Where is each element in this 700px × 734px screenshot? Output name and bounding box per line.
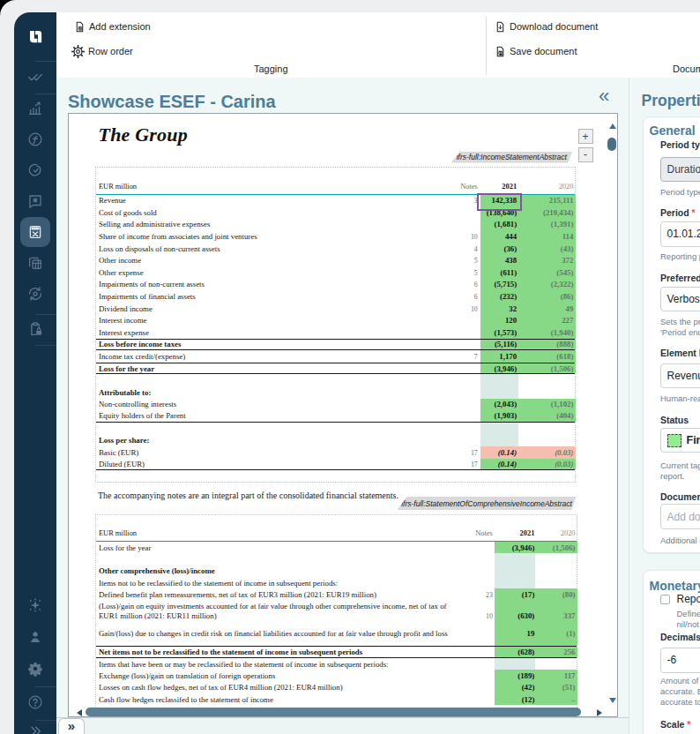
scroll-down-arrow[interactable] xyxy=(609,698,616,703)
decimals-field[interactable]: -6 xyxy=(660,648,700,673)
value-2021[interactable]: (0.14) xyxy=(498,460,517,468)
value-2021[interactable]: 444 xyxy=(505,232,517,241)
value-2020[interactable]: (1) xyxy=(566,629,575,638)
value-2021[interactable]: (232) xyxy=(500,292,517,301)
value-2021[interactable]: (5,715) xyxy=(494,280,517,288)
value-2020[interactable]: (1,102) xyxy=(551,400,574,408)
value-2020[interactable]: 256 xyxy=(563,648,575,656)
sidebar-item-clipboard-lock[interactable] xyxy=(14,318,56,340)
value-2021[interactable]: 32 xyxy=(509,304,517,313)
report-checkbox[interactable] xyxy=(660,595,670,604)
sidebar-item-refresh-review[interactable] xyxy=(14,283,56,304)
value-2020[interactable]: (86) xyxy=(561,292,574,301)
documen-field[interactable]: Add do xyxy=(660,504,700,529)
value-2021[interactable]: (1,573) xyxy=(494,328,517,337)
value-2020[interactable]: (888) xyxy=(556,340,573,348)
table-row[interactable]: Loss before income taxes(5,116)(888) xyxy=(96,339,575,351)
value-2021[interactable]: (17) xyxy=(522,590,535,599)
value-2020[interactable]: (1,391) xyxy=(551,220,574,228)
value-2021[interactable]: (3,946) xyxy=(512,543,535,552)
sidebar-item-copy-table[interactable] xyxy=(14,252,56,273)
table-row[interactable]: (Loss)/gain on equity investments accoun… xyxy=(96,601,577,622)
value-2021[interactable]: (12) xyxy=(522,695,535,704)
value-2020[interactable]: (210,434) xyxy=(543,208,573,217)
element-l-field[interactable]: Revenu xyxy=(660,363,700,389)
value-2020[interactable]: – xyxy=(571,695,575,704)
table-row[interactable]: Selling and administrative expenses(1,68… xyxy=(96,219,575,231)
table-row[interactable]: Diluted (EUR)17(0.14)(0.03) xyxy=(96,459,575,471)
xbrl-tag-ribbon[interactable]: ifrs-full:StatementOfComprehensiveIncome… xyxy=(398,497,577,510)
table-row[interactable]: Impairments of financial assets6(232)(86… xyxy=(96,290,575,303)
xbrl-tag-ribbon[interactable]: ifrs-full:IncomeStatementAbstract xyxy=(451,152,573,163)
value-2020[interactable]: 49 xyxy=(566,304,574,313)
table-row[interactable]: Share of income from associates and join… xyxy=(96,230,575,243)
value-2021[interactable]: (0.14) xyxy=(498,448,517,457)
table-row[interactable] xyxy=(96,423,575,435)
table-row[interactable]: Loss on disposals of non-current assets4… xyxy=(96,243,575,255)
value-2020[interactable]: 337 xyxy=(563,611,575,620)
table-row[interactable]: Net items not to be reclassified to the … xyxy=(96,646,577,658)
period-field[interactable]: 01.01.2 xyxy=(660,221,700,247)
table-row[interactable]: Loss for the year(3,946)(1,506) xyxy=(96,542,577,553)
save-document-button[interactable]: Save document xyxy=(495,43,577,59)
value-2020[interactable]: (404) xyxy=(556,411,573,420)
table-row[interactable]: Dividend income103249 xyxy=(96,303,575,315)
app-logo[interactable] xyxy=(27,28,43,44)
scroll-right-arrow[interactable] xyxy=(597,709,602,716)
value-2020[interactable]: (545) xyxy=(556,268,573,277)
table-row[interactable] xyxy=(96,374,575,386)
value-2021[interactable]: (1,681) xyxy=(494,220,517,228)
table-row[interactable]: Gain/(loss) due to changes in credit ris… xyxy=(96,621,577,646)
sidebar-item-hook-check[interactable] xyxy=(14,160,56,181)
value-2021[interactable]: 438 xyxy=(505,256,517,265)
value-2020[interactable]: 215,111 xyxy=(549,196,574,205)
table-row[interactable]: Cash flow hedges reclassifed to the stat… xyxy=(96,693,577,705)
value-2020[interactable]: (2,322) xyxy=(551,280,574,288)
value-2020[interactable]: (1,506) xyxy=(553,543,576,552)
status-field[interactable]: Fina xyxy=(660,428,700,453)
value-2020[interactable]: 114 xyxy=(562,232,574,241)
selected-fact-outline[interactable] xyxy=(477,193,522,212)
value-2021[interactable]: (630) xyxy=(518,611,534,620)
sidebar-item-sparkle[interactable] xyxy=(14,595,56,616)
value-2021[interactable]: 120 xyxy=(505,316,517,325)
sidebar-item-function[interactable] xyxy=(14,129,56,150)
table-row[interactable]: Other income5438372 xyxy=(96,254,575,266)
sidebar-item-expand[interactable] xyxy=(14,721,56,734)
table-row[interactable]: Impairments of non-current assets6(5,715… xyxy=(96,279,575,291)
period-typ-field[interactable]: Duratio xyxy=(660,157,700,183)
table-row[interactable]: Losses on cash flow hedges, net of tax o… xyxy=(96,682,577,693)
preferred-field[interactable]: Verbose xyxy=(660,287,700,312)
table-row[interactable]: Interest expense(1,573)(1,940) xyxy=(96,326,575,339)
table-row[interactable]: Exchange (loss)/gain on translation of f… xyxy=(96,670,577,681)
value-2021[interactable]: (189) xyxy=(518,671,534,680)
table-row[interactable]: Non-controlling interests(2,043)(1,102) xyxy=(96,399,575,411)
add-extension-button[interactable]: Add extension xyxy=(74,19,151,34)
value-2021[interactable]: (5,116) xyxy=(495,340,517,348)
value-2020[interactable]: (51) xyxy=(562,683,576,692)
value-2021[interactable]: (36) xyxy=(503,244,517,253)
download-document-button[interactable]: Download document xyxy=(495,19,598,34)
sidebar-item-settings[interactable] xyxy=(14,658,56,679)
table-row[interactable]: Defined benefit plan remeasurements, net… xyxy=(96,588,577,600)
table-row[interactable]: Basic (EUR)17(0.14)(0.03) xyxy=(96,446,575,459)
value-2021[interactable]: 1,170 xyxy=(499,352,517,361)
table-row[interactable]: Items that have been or may be reclassif… xyxy=(96,658,577,670)
table-row[interactable]: Loss per share: xyxy=(96,434,575,446)
value-2021[interactable]: (1,903) xyxy=(494,411,517,420)
table-row[interactable] xyxy=(96,553,577,565)
value-2020[interactable]: 117 xyxy=(564,671,576,680)
sidebar-item-comment-star[interactable] xyxy=(14,191,56,212)
row-order-button[interactable]: Row order xyxy=(71,43,133,59)
scroll-up-arrow[interactable] xyxy=(609,124,616,129)
value-2021[interactable]: 19 xyxy=(527,629,535,638)
value-2020[interactable]: (1,940) xyxy=(551,328,574,337)
value-2020[interactable]: (618) xyxy=(556,352,573,361)
value-2021[interactable]: (2,043) xyxy=(494,400,517,408)
zoom-in-button[interactable]: + xyxy=(578,129,593,144)
table-row[interactable]: Items not to be reclassified to the stat… xyxy=(96,577,577,588)
table-row[interactable]: Other expense5(611)(545) xyxy=(96,266,575,279)
zoom-out-button[interactable]: - xyxy=(578,147,593,162)
collapse-panel-icon[interactable]: « xyxy=(599,87,609,105)
vertical-scrollbar[interactable] xyxy=(607,138,616,152)
